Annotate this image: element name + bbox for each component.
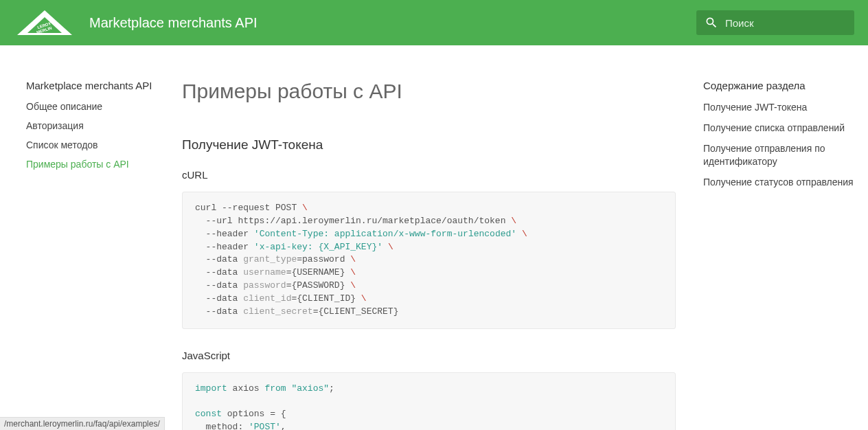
js-code-block: import axios from "axios"; const options… (182, 372, 676, 430)
curl-code-block: curl --request POST \ --url https://api.… (182, 192, 676, 329)
sidebar-item-examples[interactable]: Примеры работы с API (26, 159, 168, 170)
main-content: Примеры работы с API Получение JWT-токен… (182, 80, 696, 430)
page-title: Примеры работы с API (182, 80, 676, 103)
header-title: Marketplace merchants API (89, 15, 696, 31)
sidebar-title: Marketplace merchants API (26, 80, 168, 91)
status-bar-url: /merchant.leroymerlin.ru/faq/api/example… (0, 417, 165, 430)
search-box[interactable] (696, 10, 854, 35)
search-icon (705, 16, 718, 30)
search-input[interactable] (725, 17, 846, 29)
header: LEROY MERLIN Marketplace merchants API (0, 0, 868, 45)
toc-item-shipment-statuses[interactable]: Получение статусов отправления (703, 176, 854, 188)
leroy-merlin-logo[interactable]: LEROY MERLIN (14, 9, 76, 36)
sidebar-right: Содержание раздела Получение JWT-токена … (696, 80, 854, 430)
toc-item-shipment-by-id[interactable]: Получение отправления по идентификатору (703, 142, 854, 167)
toc-item-shipments-list[interactable]: Получение списка отправлений (703, 122, 854, 134)
sidebar-item-auth[interactable]: Авторизация (26, 120, 168, 131)
section-jwt-title: Получение JWT-токена (182, 137, 676, 152)
toc-item-jwt[interactable]: Получение JWT-токена (703, 101, 854, 113)
js-label: JavaScript (182, 350, 676, 361)
sidebar-item-overview[interactable]: Общее описание (26, 101, 168, 112)
curl-label: cURL (182, 169, 676, 181)
sidebar-item-methods[interactable]: Список методов (26, 139, 168, 150)
toc-title: Содержание раздела (703, 80, 854, 91)
sidebar-left: Marketplace merchants API Общее описание… (14, 80, 182, 430)
